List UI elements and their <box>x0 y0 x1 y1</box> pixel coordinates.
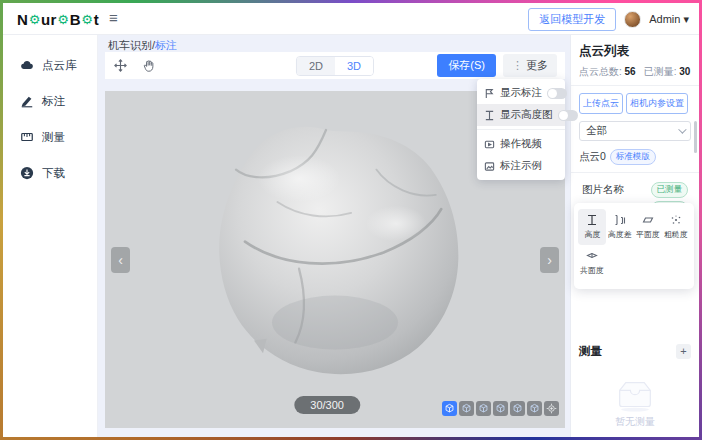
filter-select[interactable]: 全部 <box>579 121 691 141</box>
canvas-toolbar: 2D 3D 保存(S) ⋮更多 <box>105 52 565 79</box>
image-list-item[interactable]: 图片名称 已测量 <box>579 180 691 199</box>
measure-section-header: 测量 + <box>579 344 691 359</box>
divider <box>571 172 699 173</box>
chevron-down-icon <box>678 125 686 133</box>
toggle-2d[interactable]: 2D <box>297 57 335 75</box>
upload-pointcloud-button[interactable]: 上传点云 <box>579 93 623 114</box>
view-cube-button-6[interactable] <box>527 401 542 416</box>
sidebar-item-label: 下载 <box>42 166 65 181</box>
back-to-model-dev-button[interactable]: 返回模型开发 <box>528 8 616 31</box>
empty-state: 暂无测量 <box>571 378 699 429</box>
measure-tools-popup: 高度 高度差 平面度 粗糙度 共面度 <box>574 203 694 289</box>
gear-icon: ⚙ <box>57 12 69 27</box>
list-scrollbar-thumb[interactable] <box>694 121 697 153</box>
menu-item-show-annotation[interactable]: 显示标注 <box>477 82 565 104</box>
view-cube-button-5[interactable] <box>510 401 525 416</box>
gear-icon: ⚙ <box>81 12 93 27</box>
pointcloud-stats: 点云总数: 56 已测量: 30 <box>579 65 691 79</box>
sidebar-collapse-icon[interactable]: ≡ <box>109 9 118 26</box>
empty-box-icon <box>612 378 658 412</box>
flatness-icon <box>642 214 654 226</box>
total-count: 56 <box>625 66 636 77</box>
menu-item-annotation-example[interactable]: 标注示例 <box>477 155 565 177</box>
pointcloud-group-row[interactable]: 点云0 标准模版 <box>579 149 691 165</box>
menu-divider <box>477 129 565 130</box>
tool-height-difference[interactable]: 高度差 <box>606 209 634 245</box>
coplanarity-icon <box>586 250 598 262</box>
view-cube-buttons <box>442 401 559 416</box>
logo-text: t <box>94 11 99 28</box>
move-tool-icon[interactable] <box>113 58 128 73</box>
breadcrumb-parent[interactable]: 机车识别 <box>108 39 152 51</box>
sidebar-item-annotation[interactable]: 标注 <box>3 83 97 119</box>
gear-icon: ⚙ <box>29 12 41 27</box>
next-image-button[interactable]: › <box>540 247 559 273</box>
breadcrumb-current: 标注 <box>155 39 177 51</box>
avatar[interactable] <box>624 11 641 28</box>
save-button[interactable]: 保存(S) <box>437 54 496 77</box>
show-heightmap-toggle[interactable] <box>558 110 578 121</box>
logo-text: N <box>17 11 28 28</box>
prev-image-button[interactable]: ‹ <box>111 247 130 273</box>
toggle-3d[interactable]: 3D <box>335 57 373 75</box>
screenshot-frame: N⚙ur⚙B⚙t ≡ 返回模型开发 Admin ▾ 点云库 标注 测量 下载 <box>0 0 702 440</box>
view-cube-button-4[interactable] <box>493 401 508 416</box>
sidebar-item-label: 标注 <box>42 94 65 109</box>
download-icon <box>20 166 34 180</box>
breadcrumb: 机车识别/标注 <box>108 38 177 53</box>
view-cube-button-3[interactable] <box>476 401 491 416</box>
camera-intrinsics-button[interactable]: 相机内参设置 <box>626 93 688 114</box>
sidebar-item-download[interactable]: 下载 <box>3 155 97 191</box>
flag-icon <box>484 88 495 99</box>
tool-roughness[interactable]: 粗糙度 <box>662 209 690 245</box>
image-counter: 30/300 <box>294 396 360 414</box>
show-annotation-toggle[interactable] <box>547 88 567 99</box>
ruler-icon <box>20 130 34 144</box>
ellipsis-icon: ⋮ <box>512 59 523 71</box>
pointcloud-panel: 点云列表 点云总数: 56 已测量: 30 上传点云 相机内参设置 全部 点云0… <box>570 35 699 437</box>
tool-coplanarity[interactable]: 共面度 <box>578 245 606 281</box>
measured-count: 30 <box>679 66 690 77</box>
chevron-down-icon: ▾ <box>683 13 689 25</box>
logo-text: ur <box>41 11 57 28</box>
menu-item-show-heightmap[interactable]: 显示高度图 <box>477 104 565 126</box>
more-dropdown-menu: 显示标注 显示高度图 操作视频 标注示例 <box>477 79 565 180</box>
view-cube-button-2[interactable] <box>459 401 474 416</box>
reset-view-button[interactable] <box>544 401 559 416</box>
cloud-icon <box>20 58 34 72</box>
sidebar-item-pointcloud-library[interactable]: 点云库 <box>3 47 97 83</box>
dimension-toggle: 2D 3D <box>296 56 374 76</box>
sidebar-item-label: 点云库 <box>42 58 77 73</box>
height-icon <box>484 110 495 121</box>
app-window: N⚙ur⚙B⚙t ≡ 返回模型开发 Admin ▾ 点云库 标注 测量 下载 <box>3 3 699 437</box>
height-icon <box>586 214 598 226</box>
main-area: 机车识别/标注 2D 3D 保存(S) ⋮更多 显示标注 <box>98 35 570 437</box>
tool-flatness[interactable]: 平面度 <box>634 209 662 245</box>
sidebar-item-measure[interactable]: 测量 <box>3 119 97 155</box>
example-image-icon <box>484 161 495 172</box>
pen-icon <box>20 94 34 108</box>
video-icon <box>484 139 495 150</box>
divider <box>571 85 699 86</box>
app-logo: N⚙ur⚙B⚙t <box>17 3 99 35</box>
panel-title: 点云列表 <box>579 43 691 60</box>
measured-tag: 已测量 <box>651 182 689 198</box>
logo-text: B <box>70 11 81 28</box>
tool-height[interactable]: 高度 <box>578 209 606 245</box>
sidebar: 点云库 标注 测量 下载 <box>3 35 98 437</box>
header-right: 返回模型开发 Admin ▾ <box>528 3 689 35</box>
user-menu[interactable]: Admin ▾ <box>649 13 689 26</box>
more-button[interactable]: ⋮更多 <box>503 54 557 77</box>
menu-item-operation-video[interactable]: 操作视频 <box>477 133 565 155</box>
view-cube-button-1[interactable] <box>442 401 457 416</box>
pan-hand-tool-icon[interactable] <box>142 59 156 73</box>
app-header: N⚙ur⚙B⚙t ≡ 返回模型开发 Admin ▾ <box>3 3 699 35</box>
roughness-icon <box>670 214 682 226</box>
tooth-3d-mesh <box>190 116 480 386</box>
add-measure-button[interactable]: + <box>676 344 691 359</box>
height-difference-icon <box>614 214 626 226</box>
template-tag: 标准模版 <box>610 149 656 165</box>
sidebar-item-label: 测量 <box>42 130 65 145</box>
